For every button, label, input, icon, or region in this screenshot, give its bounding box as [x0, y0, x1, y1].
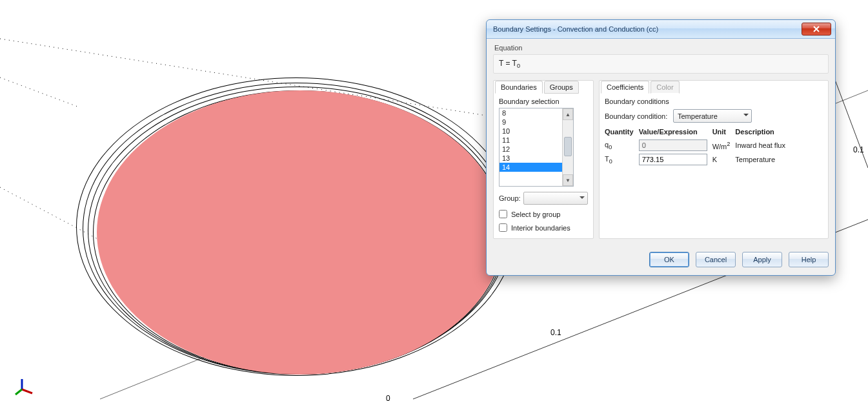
boundary-listbox[interactable]: 891011121314 ▲ ▼ [499, 108, 574, 187]
scroll-up-icon[interactable]: ▲ [563, 108, 573, 120]
group-combo[interactable] [523, 192, 588, 205]
scrollbar[interactable]: ▲ ▼ [562, 108, 573, 186]
axis-gizmo [14, 378, 34, 397]
tab-boundaries[interactable]: Boundaries [495, 81, 543, 94]
unit-cell: W/m2 [712, 138, 736, 152]
interior-boundaries-label: Interior boundaries [511, 224, 570, 232]
ok-button[interactable]: OK [649, 252, 689, 267]
equation-text: T = T [499, 59, 517, 68]
boundary-condition-label: Boundary condition: [605, 112, 669, 120]
axis-tick-a: 0.1 [550, 328, 561, 337]
axis-tick-b: 0 [386, 394, 390, 401]
table-row: T0KTemperature [605, 152, 791, 167]
equation-label: Equation [494, 44, 829, 52]
col-quantity: Quantity [605, 127, 639, 138]
list-item[interactable]: 14 [500, 163, 563, 172]
select-by-group-checkbox[interactable]: Select by group [499, 210, 588, 218]
help-button[interactable]: Help [789, 252, 829, 267]
selected-boundary-face[interactable] [97, 90, 503, 375]
list-item[interactable]: 11 [500, 136, 563, 145]
close-button[interactable] [802, 23, 831, 36]
select-by-group-input[interactable] [499, 210, 507, 218]
svg-line-7 [22, 389, 32, 393]
coefficients-table: Quantity Value/Expression Unit Descripti… [605, 127, 791, 167]
boundary-condition-value: Temperature [678, 112, 718, 120]
desc-cell: Temperature [735, 152, 791, 167]
select-by-group-label: Select by group [511, 211, 560, 218]
axis-tick-c: 0.1 [853, 145, 864, 154]
group-label: Group: [499, 194, 521, 202]
value-input[interactable] [639, 154, 707, 165]
equation-sub: 0 [517, 63, 520, 69]
interior-boundaries-input[interactable] [499, 223, 507, 232]
titlebar[interactable]: Boundary Settings - Convection and Condu… [487, 20, 835, 39]
list-item[interactable]: 8 [500, 108, 563, 118]
col-unit: Unit [712, 127, 736, 138]
quantity-cell: q0 [605, 138, 639, 152]
value-input [639, 139, 707, 151]
equation-box: T = T0 [493, 54, 829, 74]
interior-boundaries-checkbox[interactable]: Interior boundaries [499, 223, 588, 232]
boundary-conditions-label: Boundary conditions [605, 98, 823, 105]
boundary-settings-dialog: Boundary Settings - Convection and Condu… [486, 19, 836, 276]
scroll-down-icon[interactable]: ▼ [563, 174, 573, 186]
unit-cell: K [712, 152, 736, 167]
coefficients-panel: Coefficients Color Boundary conditions B… [599, 80, 829, 239]
desc-cell: Inward heat flux [735, 138, 791, 152]
svg-line-8 [15, 389, 22, 395]
tab-coefficients[interactable]: Coefficients [601, 81, 649, 94]
list-item[interactable]: 10 [500, 127, 563, 136]
dialog-title: Boundary Settings - Convection and Condu… [490, 25, 802, 33]
table-row: q0W/m2Inward heat flux [605, 138, 791, 152]
boundaries-panel: Boundaries Groups Boundary selection 891… [493, 80, 594, 239]
list-item[interactable]: 13 [500, 154, 563, 163]
col-desc: Description [735, 127, 791, 138]
list-item[interactable]: 12 [500, 145, 563, 154]
col-value: Value/Expression [639, 127, 712, 138]
close-icon [812, 26, 820, 32]
list-item[interactable]: 9 [500, 118, 563, 127]
boundary-condition-select[interactable]: Temperature [673, 109, 752, 123]
scroll-thumb[interactable] [564, 137, 572, 156]
dialog-buttons: OK Cancel Apply Help [487, 245, 835, 275]
apply-button[interactable]: Apply [742, 252, 782, 267]
cancel-button[interactable]: Cancel [696, 252, 736, 267]
tab-groups[interactable]: Groups [544, 81, 579, 94]
tab-color: Color [651, 81, 679, 94]
quantity-cell: T0 [605, 152, 639, 167]
boundary-selection-label: Boundary selection [499, 98, 588, 105]
svg-line-2 [0, 77, 77, 107]
